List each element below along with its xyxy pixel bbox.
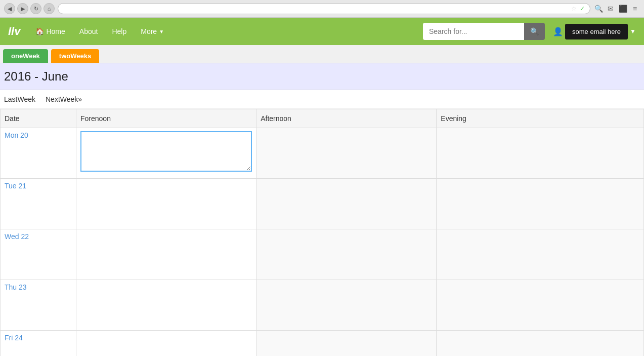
afternoon-cell (256, 179, 437, 229)
nav-more-label: More (141, 27, 157, 35)
col-header-date: Date (1, 109, 76, 128)
search-icon: 🔍 (530, 27, 539, 35)
afternoon-cell (256, 128, 437, 179)
day-label: Mon 20 (5, 131, 28, 139)
dropdown-arrow[interactable]: ▼ (630, 28, 636, 35)
date-cell: Tue 21 (1, 179, 76, 229)
evening-cell (437, 280, 644, 331)
forward-button[interactable]: ▶ (17, 3, 28, 14)
chevron-down-icon: ▼ (159, 29, 164, 34)
nav-about-label: About (79, 27, 98, 35)
url-input[interactable]: localhost:3000/yearbooks/new?dateStart=0… (63, 5, 568, 12)
search-button[interactable]: 🔍 (524, 23, 545, 40)
afternoon-cell (256, 280, 437, 331)
browser-chrome: ◀ ▶ ↻ ⌂ localhost:3000/yearbooks/new?dat… (0, 0, 644, 18)
tab-two-weeks[interactable]: twoWeeks (51, 49, 99, 63)
col-header-evening: Evening (437, 109, 644, 128)
week-nav: LastWeek NextWeek» (0, 90, 644, 109)
nav-buttons: ◀ ▶ ↻ ⌂ (4, 3, 55, 14)
nav-home-label: Home (46, 27, 65, 35)
nav-about[interactable]: About (72, 18, 105, 45)
forenoon-cell (76, 179, 256, 229)
afternoon-cell (256, 331, 437, 357)
refresh-button[interactable]: ↻ (30, 3, 41, 14)
table-row: Fri 24 (1, 331, 644, 357)
evening-cell (437, 331, 644, 357)
table-row: Tue 21 (1, 179, 644, 229)
forenoon-cell (76, 128, 256, 179)
forenoon-cell (76, 280, 256, 331)
nav-help-label: Help (112, 27, 126, 35)
next-week-link[interactable]: NextWeek» (46, 95, 82, 103)
month-header: 2016 - June (0, 63, 644, 90)
calendar-table: Date Forenoon Afternoon Evening Mon 20Tu… (0, 109, 644, 356)
evening-cell (437, 229, 644, 280)
user-icon: 👤 (553, 27, 563, 36)
day-label: Tue 21 (5, 182, 26, 190)
view-tabs: oneWeek twoWeeks (0, 45, 644, 63)
calendar-header-row: Date Forenoon Afternoon Evening (1, 109, 644, 128)
col-header-forenoon: Forenoon (76, 109, 256, 128)
browser-icons: 🔍 ✉ ⬛ ≡ (593, 4, 640, 14)
table-row: Wed 22 (1, 229, 644, 280)
back-button[interactable]: ◀ (4, 3, 15, 14)
user-email-tooltip: some email here (565, 24, 628, 39)
user-area: 👤 some email here ▼ (553, 24, 636, 39)
last-week-link[interactable]: LastWeek (4, 95, 35, 103)
address-bar[interactable]: localhost:3000/yearbooks/new?dateStart=0… (58, 3, 590, 14)
day-label: Fri 24 (5, 334, 23, 342)
star-icon: ☆ (571, 5, 577, 12)
date-cell: Fri 24 (1, 331, 76, 357)
table-row: Mon 20 (1, 128, 644, 179)
evening-cell (437, 128, 644, 179)
extension-icon-1[interactable]: 🔍 (593, 4, 604, 14)
date-cell: Thu 23 (1, 280, 76, 331)
search-area: 🔍 (423, 23, 545, 40)
extension-icon-2[interactable]: ✉ (606, 4, 616, 14)
forenoon-cell (76, 331, 256, 357)
evening-cell (437, 179, 644, 229)
extension-icon-3[interactable]: ⬛ (618, 4, 628, 14)
day-label: Wed 22 (5, 232, 29, 241)
menu-icon[interactable]: ≡ (630, 4, 640, 14)
tab-one-week[interactable]: oneWeek (3, 49, 48, 63)
day-label: Thu 23 (5, 283, 27, 291)
forenoon-input[interactable] (80, 131, 252, 172)
nav-help[interactable]: Help (105, 18, 134, 45)
home-button[interactable]: ⌂ (44, 3, 55, 14)
afternoon-cell (256, 229, 437, 280)
shield-icon: ✓ (580, 5, 585, 12)
search-input[interactable] (423, 23, 524, 40)
forenoon-cell (76, 229, 256, 280)
table-row: Thu 23 (1, 280, 644, 331)
home-icon: 🏠 (35, 27, 44, 35)
navbar: Ilv 🏠 Home About Help More ▼ 🔍 👤 some em… (0, 18, 644, 45)
date-cell: Mon 20 (1, 128, 76, 179)
date-cell: Wed 22 (1, 229, 76, 280)
brand-logo: Ilv (8, 25, 20, 38)
col-header-afternoon: Afternoon (256, 109, 437, 128)
nav-more[interactable]: More ▼ (134, 18, 171, 45)
nav-home[interactable]: 🏠 Home (28, 18, 72, 45)
